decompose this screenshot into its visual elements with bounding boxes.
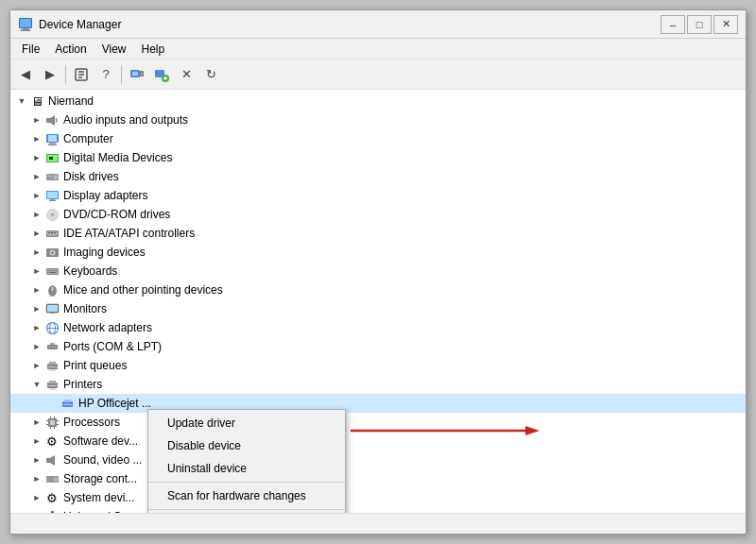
toolbar-sep-1 [65, 65, 66, 84]
menu-help[interactable]: Help [134, 41, 173, 58]
expand-keyboard[interactable]: ► [29, 264, 44, 279]
list-item[interactable]: ► Monitors [10, 299, 746, 318]
expand-network[interactable]: ► [29, 320, 44, 335]
ctx-properties[interactable]: Properties [148, 512, 345, 513]
list-item[interactable]: ► Network adapters [10, 318, 746, 337]
back-button[interactable]: ◀ [14, 63, 37, 86]
sysdev-icon: ⚙ [44, 490, 60, 505]
hp-officejet-item[interactable]: HP Officejet ... [10, 394, 746, 413]
add-button[interactable] [150, 63, 173, 86]
list-item[interactable]: ► IDE ATA/ATAPI controllers [10, 224, 746, 243]
svg-point-11 [141, 73, 143, 75]
keyboard-icon [44, 264, 60, 279]
usb-label: Universal Ser... [63, 510, 140, 513]
list-item[interactable]: ► Print queues [10, 356, 746, 375]
root-expand[interactable]: ▼ [14, 94, 29, 109]
list-item[interactable]: ► Computer [10, 129, 746, 148]
menu-view[interactable]: View [94, 41, 134, 58]
expand-imaging[interactable]: ► [29, 245, 44, 260]
properties-button[interactable] [70, 63, 93, 86]
svg-rect-46 [47, 269, 58, 274]
list-item[interactable]: ► Sound, video ... [10, 450, 746, 469]
list-item[interactable]: ► ⚙ System devi... [10, 488, 746, 507]
svg-rect-63 [49, 347, 50, 348]
expand-mice[interactable]: ► [29, 282, 44, 298]
expand-usb[interactable]: ► [29, 509, 44, 513]
imaging-icon [44, 245, 60, 260]
scan-button[interactable] [126, 63, 148, 86]
list-item[interactable]: ► Audio inputs and outputs [10, 110, 746, 129]
svg-point-44 [52, 252, 53, 253]
storage-icon [44, 471, 60, 486]
ide-icon [44, 226, 60, 241]
expand-disk[interactable]: ► [29, 169, 44, 184]
expand-display[interactable]: ► [29, 188, 44, 203]
list-item[interactable]: ► Storage cont... [10, 469, 746, 488]
svg-rect-82 [46, 424, 48, 425]
list-item[interactable]: ► Processors [10, 413, 746, 432]
svg-rect-51 [56, 270, 57, 271]
ports-icon [44, 339, 60, 354]
svg-rect-83 [57, 420, 59, 421]
help-button[interactable]: ? [94, 63, 117, 86]
expand-audio[interactable]: ► [29, 112, 44, 128]
menu-action[interactable]: Action [47, 41, 94, 58]
dvd-label: DVD/CD-ROM drives [63, 208, 170, 221]
list-item[interactable]: ► Keyboards [10, 262, 746, 280]
mice-label: Mice and other pointing devices [63, 283, 223, 297]
sysdev-label: System devi... [63, 491, 134, 504]
ctx-disable-device[interactable]: Disable device [148, 434, 345, 457]
list-item[interactable]: ► Mice and other pointing devices [10, 280, 746, 299]
svg-rect-32 [49, 200, 56, 201]
list-item[interactable]: ► Imaging devices [10, 243, 746, 262]
expand-sound[interactable]: ► [29, 452, 44, 468]
close-button[interactable]: ✕ [713, 15, 738, 34]
menu-file[interactable]: File [14, 41, 47, 58]
svg-rect-47 [48, 270, 49, 271]
maximize-button[interactable]: □ [687, 15, 712, 34]
list-item[interactable]: ▼ Printers [10, 375, 746, 394]
list-item[interactable]: ► DVD/CD-ROM drives [10, 205, 746, 224]
ctx-update-driver[interactable]: Update driver [148, 412, 345, 434]
remove-button[interactable]: ✕ [175, 63, 198, 86]
ctx-uninstall-device[interactable]: Uninstall device [148, 457, 345, 480]
svg-rect-77 [63, 404, 72, 405]
expand-printers[interactable]: ▼ [29, 377, 44, 392]
expand-computer[interactable]: ► [29, 131, 44, 146]
ctx-scan-hardware[interactable]: Scan for hardware changes [148, 484, 345, 507]
list-item[interactable]: ► Digital Media Devices [10, 148, 746, 167]
svg-rect-57 [47, 305, 58, 312]
device-tree[interactable]: ▼ 🖥 Niemand ► Audio inputs and outputs ►… [10, 90, 746, 513]
list-item[interactable]: ► ⚙ Software dev... [10, 432, 746, 450]
mice-icon [44, 282, 60, 298]
dvd-icon [44, 207, 60, 222]
expand-ide[interactable]: ► [29, 226, 44, 241]
update-button[interactable]: ↻ [199, 63, 222, 86]
expand-ports[interactable]: ► [29, 339, 44, 354]
svg-rect-16 [46, 118, 50, 123]
list-item[interactable]: ► Display adapters [10, 186, 746, 205]
list-item[interactable]: ► Ports (COM & LPT) [10, 337, 746, 356]
svg-rect-80 [50, 420, 55, 425]
expand-proc[interactable]: ► [29, 415, 44, 430]
expand-dvd[interactable]: ► [29, 207, 44, 222]
ctx-sep-2 [148, 509, 345, 510]
expand-storage[interactable]: ► [29, 471, 44, 486]
minimize-button[interactable]: – [661, 15, 685, 34]
printers-icon [44, 377, 60, 392]
soft-icon: ⚙ [44, 434, 60, 449]
tree-root[interactable]: ▼ 🖥 Niemand [10, 92, 746, 110]
expand-digital[interactable]: ► [29, 150, 44, 165]
svg-rect-52 [49, 272, 56, 273]
svg-marker-90 [50, 455, 55, 466]
expand-printq[interactable]: ► [29, 358, 44, 373]
expand-soft[interactable]: ► [29, 434, 44, 449]
forward-button[interactable]: ▶ [39, 63, 61, 86]
printq-label: Print queues [63, 359, 127, 372]
list-item[interactable]: ► Universal Ser... [10, 507, 746, 513]
expand-monitors[interactable]: ► [29, 301, 44, 316]
svg-rect-74 [49, 388, 56, 390]
list-item[interactable]: ► Disk drives [10, 167, 746, 186]
soft-label: Software dev... [63, 434, 138, 448]
expand-sysdev[interactable]: ► [29, 490, 44, 505]
